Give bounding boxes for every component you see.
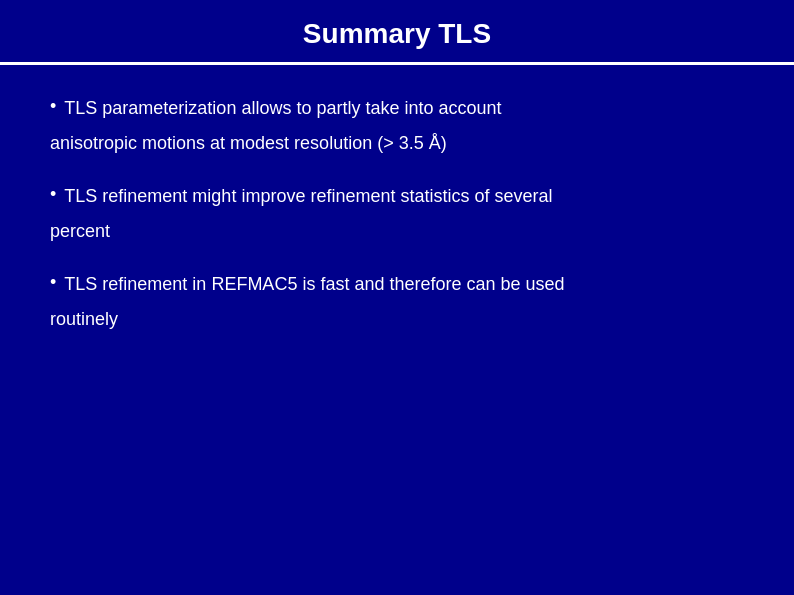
bullet-item-2: • TLS refinement might improve refinemen… xyxy=(50,183,744,210)
bullet-block-3: • TLS refinement in REFMAC5 is fast and … xyxy=(50,271,744,345)
bullet-text-2-line2: percent xyxy=(50,218,744,245)
bullet-text-3-line2: routinely xyxy=(50,306,744,333)
content-area: • TLS parameterization allows to partly … xyxy=(0,65,794,595)
slide-container: Summary TLS • TLS parameterization allow… xyxy=(0,0,794,595)
bullet-item-1: • TLS parameterization allows to partly … xyxy=(50,95,744,122)
bullet-text-1-line2: anisotropic motions at modest resolution… xyxy=(50,130,744,157)
bullet-text-1-line1: TLS parameterization allows to partly ta… xyxy=(64,95,501,122)
title-bar: Summary TLS xyxy=(0,0,794,65)
slide-title: Summary TLS xyxy=(40,18,754,50)
bullet-text-2-line1: TLS refinement might improve refinement … xyxy=(64,183,552,210)
bullet-block-1: • TLS parameterization allows to partly … xyxy=(50,95,744,169)
bullet-block-2: • TLS refinement might improve refinemen… xyxy=(50,183,744,257)
bullet-item-3: • TLS refinement in REFMAC5 is fast and … xyxy=(50,271,744,298)
bullet-dot-2: • xyxy=(50,184,56,205)
bullet-text-3-line1: TLS refinement in REFMAC5 is fast and th… xyxy=(64,271,564,298)
bullet-dot-1: • xyxy=(50,96,56,117)
bullet-dot-3: • xyxy=(50,272,56,293)
